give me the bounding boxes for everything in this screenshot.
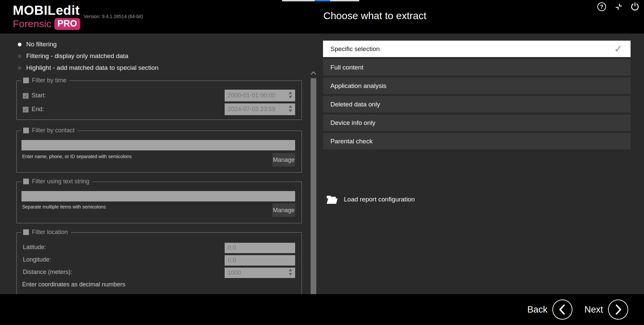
option-specific-selection[interactable]: Specific selection ✓ [323,41,631,57]
filter-by-contact-checkbox[interactable] [23,128,29,133]
contact-manage-button[interactable]: Manage [272,153,295,167]
main-panel: No filtering Filtering - display only ma… [0,34,644,294]
logo-name: MOBILedit [13,3,80,18]
option-label: Full content [330,64,363,71]
contact-filter-input[interactable] [21,140,295,150]
filter-location-group: Filter location Latitude: Longitude: Dis… [16,232,302,294]
radio-dot-icon [18,43,21,46]
page-title: Choose what to extract [323,10,426,21]
end-label: End: [32,106,44,113]
spinner-up-icon[interactable] [289,269,292,271]
spinner-up-icon[interactable] [289,91,292,94]
chevron-right-icon [616,305,620,314]
radio-label: Highlight - add matched data to special … [26,64,158,72]
group-label: Filter location [32,229,68,236]
wizard-progress-fill [315,0,330,1]
start-label: Start: [32,92,46,99]
distance-spinner[interactable] [288,269,293,276]
text-string-filter-input[interactable] [21,191,295,201]
start-checkbox[interactable]: ✓ [23,93,29,99]
scrollbar-thumb[interactable] [311,78,316,294]
distance-label: Distance (meters): [23,269,72,276]
radio-dot-icon [18,66,21,70]
open-folder-icon [326,195,338,204]
spinner-down-icon[interactable] [289,273,292,276]
wizard-progress-bar [282,0,359,1]
longitude-label: Longitude: [23,256,51,263]
power-icon[interactable] [630,2,640,12]
filter-by-time-group: Filter by time ✓ Start: ✓ End: [16,81,302,120]
end-spinner[interactable] [288,105,293,112]
radio-highlight-matched[interactable]: Highlight - add matched data to special … [18,62,158,74]
logo-product: Forensic [13,18,51,30]
version-text: Version: 9.4.1.28514 (64-bit) [84,14,143,19]
start-datetime-input[interactable] [225,90,295,101]
radio-label: No filtering [26,41,57,48]
end-datetime-input[interactable] [225,103,295,115]
option-label: Device info only [330,119,375,127]
option-application-analysis[interactable]: Application analysis [323,78,631,94]
text-string-manage-button[interactable]: Manage [272,203,295,217]
back-label: Back [527,305,547,315]
spinner-up-icon[interactable] [289,105,292,108]
contact-hint: Enter name, phone, or ID separated with … [22,154,132,159]
scroll-up-icon[interactable] [310,71,317,75]
next-button[interactable] [608,299,629,320]
end-checkbox[interactable]: ✓ [23,107,29,112]
option-label: Deleted data only [330,101,380,108]
footer-bar: Back Next [0,294,644,325]
logo-pro-badge: PRO [54,18,80,30]
header-bar: MOBILedit Forensic PRO Version: 9.4.1.28… [0,0,644,34]
filter-text-string-checkbox[interactable] [23,179,29,184]
option-label: Parental check [330,138,373,145]
filter-location-checkbox[interactable] [23,229,29,235]
option-full-content[interactable]: Full content [323,59,631,76]
radio-filtering-matched[interactable]: Filtering - display only matched data [18,50,128,62]
group-label: Filter by contact [32,127,75,134]
latitude-input[interactable] [225,243,295,253]
radio-label: Filtering - display only matched data [26,52,128,60]
filter-by-contact-group: Filter by contact Enter name, phone, or … [16,131,302,173]
chevron-left-icon [560,305,564,314]
back-button[interactable] [552,299,573,320]
longitude-input[interactable] [225,255,295,266]
radio-dot-icon [18,54,21,58]
option-label: Application analysis [330,82,386,90]
next-label: Next [584,305,603,315]
location-hint: Enter coordinates as decimal numbers [22,281,125,288]
option-label: Specific selection [330,45,380,53]
filter-text-string-group: Filter using text string Separate multip… [16,182,302,223]
load-report-configuration-button[interactable]: Load report configuration [323,193,415,205]
group-label: Filter using text string [32,178,89,185]
load-config-label: Load report configuration [344,196,415,203]
help-question-glyph: ? [600,4,603,10]
radio-no-filtering[interactable]: No filtering [18,39,57,50]
filter-by-time-checkbox[interactable] [23,78,29,83]
latitude-label: Latitude: [23,244,46,251]
spinner-down-icon[interactable] [289,109,292,112]
group-label: Filter by time [32,77,66,84]
option-device-info-only[interactable]: Device info only [323,114,631,131]
filters-scrollbar[interactable] [310,70,317,294]
distance-input[interactable] [225,268,295,278]
start-spinner[interactable] [288,91,293,98]
spinner-down-icon[interactable] [289,96,292,98]
check-icon: ✓ [614,44,623,54]
help-icon[interactable]: ? [597,2,607,12]
option-parental-check[interactable]: Parental check [323,133,631,149]
option-deleted-data-only[interactable]: Deleted data only [323,96,631,112]
text-string-hint: Separate multiple items with semicolons [22,204,106,210]
restore-window-icon[interactable] [614,2,624,12]
app-logo: MOBILedit Forensic PRO [13,3,80,30]
